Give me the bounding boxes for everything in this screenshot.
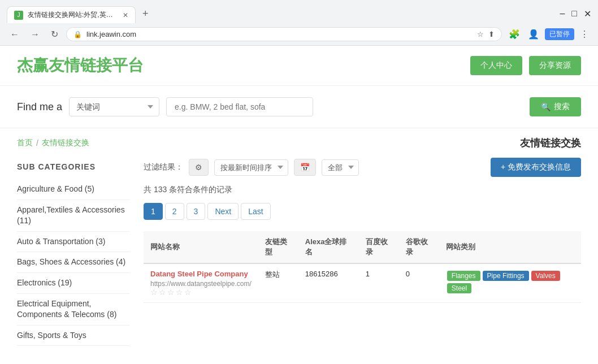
- sidebar-item-gifts[interactable]: Gifts, Sports & Toys: [17, 326, 130, 346]
- header-buttons: 个人中心 分享资源: [470, 56, 581, 75]
- share-icon[interactable]: ⬆: [488, 30, 495, 38]
- col-header-alexa: Alexa全球排名: [298, 231, 359, 263]
- tag[interactable]: Valves: [531, 271, 560, 281]
- page-btn-2[interactable]: 2: [165, 203, 184, 220]
- site-stars: ☆☆☆☆☆: [150, 288, 193, 297]
- publish-btn[interactable]: + 免费发布交换信息: [491, 158, 581, 177]
- breadcrumb-home[interactable]: 首页: [17, 138, 33, 148]
- col-header-sitename: 网站名称: [144, 231, 258, 263]
- menu-icon[interactable]: ⋮: [578, 27, 591, 42]
- toolbar-actions: 🧩 👤 已暂停 ⋮: [506, 27, 591, 42]
- breadcrumb: 首页 / 友情链接交换: [17, 138, 89, 148]
- cell-sitename: Datang Steel Pipe Company https://www.da…: [144, 263, 258, 303]
- table-row: Datang Steel Pipe Company https://www.da…: [144, 263, 581, 303]
- breadcrumb-current: 友情链接交换: [42, 138, 89, 148]
- page-btn-1[interactable]: 1: [144, 203, 163, 220]
- page-title: 友情链接交换: [520, 136, 581, 150]
- sidebar: SUB CATEGORIES Agriculture & Food (5) Ap…: [17, 158, 130, 346]
- extensions-icon[interactable]: 🧩: [506, 27, 522, 42]
- cell-google: 0: [399, 263, 439, 303]
- lock-icon: 🔒: [73, 31, 82, 38]
- filter-label: 过滤结果：: [144, 162, 183, 172]
- cell-baidu: 1: [359, 263, 399, 303]
- sidebar-item-bags[interactable]: Bags, Shoes & Accessories (4): [17, 252, 130, 273]
- profile-icon[interactable]: 👤: [526, 27, 541, 42]
- new-tab-btn[interactable]: +: [138, 5, 153, 23]
- address-bar[interactable]: 🔒 link.jeawin.com ☆ ⬆: [66, 27, 502, 41]
- page-btn-next[interactable]: Next: [207, 203, 239, 220]
- page-btn-3[interactable]: 3: [187, 203, 206, 220]
- sidebar-title: SUB CATEGORIES: [17, 158, 130, 171]
- search-label: Find me a: [17, 101, 62, 113]
- cell-alexa: 18615286: [298, 263, 359, 303]
- maximize-btn[interactable]: □: [571, 8, 577, 19]
- close-btn[interactable]: ✕: [584, 8, 591, 19]
- tab-close-btn[interactable]: ✕: [123, 11, 128, 19]
- page-btn-last[interactable]: Last: [241, 203, 270, 220]
- sidebar-item-electronics[interactable]: Electronics (19): [17, 273, 130, 294]
- sidebar-item-apparel[interactable]: Apparel,Textiles & Accessories (11): [17, 200, 130, 232]
- cell-tags: FlangesPipe FittingsValvesSteel: [439, 263, 581, 303]
- calendar-btn[interactable]: 📅: [294, 159, 316, 176]
- search-button[interactable]: 🔍 搜索: [530, 97, 581, 116]
- forward-btn[interactable]: →: [27, 27, 43, 42]
- main-content: SUB CATEGORIES Agriculture & Food (5) Ap…: [0, 158, 598, 357]
- sidebar-item-agriculture[interactable]: Agriculture & Food (5): [17, 179, 130, 200]
- col-header-category: 网站类别: [439, 231, 581, 263]
- back-btn[interactable]: ←: [7, 27, 23, 42]
- browser-tabs: J 友情链接交换网站:外贸,英文,谷... ✕ +: [7, 5, 555, 23]
- browser-tab-active[interactable]: J 友情链接交换网站:外贸,英文,谷... ✕: [7, 6, 136, 23]
- search-category-select[interactable]: 关键词: [69, 97, 159, 116]
- site-name-link[interactable]: Datang Steel Pipe Company: [150, 270, 252, 278]
- browser-chrome: J 友情链接交换网站:外贸,英文,谷... ✕ + – □ ✕ ← → ↻ 🔒 …: [0, 0, 598, 46]
- col-header-linktype: 友链类型: [258, 231, 298, 263]
- tab-label: 友情链接交换网站:外贸,英文,谷...: [28, 10, 118, 20]
- col-header-baidu: 百度收录: [359, 231, 399, 263]
- window-controls: – □ ✕: [560, 8, 591, 19]
- sidebar-item-electrical[interactable]: Electrical Equipment, Components & Telec…: [17, 294, 130, 326]
- breadcrumb-separator: /: [36, 138, 38, 148]
- tag[interactable]: Flanges: [447, 271, 480, 281]
- cell-linktype: 整站: [258, 263, 298, 303]
- col-header-google: 谷歌收录: [399, 231, 439, 263]
- site-header: 杰赢友情链接平台 个人中心 分享资源: [0, 46, 598, 86]
- minimize-btn[interactable]: –: [560, 8, 565, 19]
- reload-btn[interactable]: ↻: [47, 27, 62, 42]
- filter-bar: 过滤结果： ⚙ 按最新时间排序 📅 全部 + 免费发布交换信息: [144, 158, 581, 177]
- tab-icon: J: [14, 11, 23, 20]
- bookmark-icon[interactable]: ☆: [477, 30, 484, 38]
- breadcrumb-bar: 首页 / 友情链接交换 友情链接交换: [0, 128, 598, 158]
- filter-icon-btn[interactable]: ⚙: [189, 159, 209, 176]
- page: 杰赢友情链接平台 个人中心 分享资源 Find me a 关键词 🔍 搜索 首页…: [0, 46, 598, 357]
- content-area: 过滤结果： ⚙ 按最新时间排序 📅 全部 + 免费发布交换信息 共 133 条符…: [144, 158, 581, 346]
- site-url: https://www.datangsteelpipe.com/: [150, 280, 252, 288]
- address-input[interactable]: link.jeawin.com: [86, 30, 473, 38]
- date-filter-select[interactable]: 全部: [322, 159, 359, 176]
- search-icon: 🔍: [541, 102, 551, 111]
- tag[interactable]: Steel: [447, 283, 471, 293]
- site-logo: 杰赢友情链接平台: [17, 55, 144, 76]
- sidebar-item-auto[interactable]: Auto & Transportation (3): [17, 232, 130, 253]
- personal-center-btn[interactable]: 个人中心: [470, 56, 522, 75]
- search-input[interactable]: [166, 97, 313, 116]
- records-info: 共 133 条符合条件的记录: [144, 185, 581, 195]
- browser-toolbar: ← → ↻ 🔒 link.jeawin.com ☆ ⬆ 🧩 👤 已暂停 ⋮: [0, 23, 598, 45]
- data-table: 网站名称 友链类型 Alexa全球排名 百度收录 谷歌收录 网站类别 Datan…: [144, 231, 581, 303]
- pagination: 1 2 3 Next Last: [144, 203, 581, 220]
- sort-select[interactable]: 按最新时间排序: [214, 159, 288, 176]
- tag[interactable]: Pipe Fittings: [483, 271, 529, 281]
- search-bar: Find me a 关键词 🔍 搜索: [0, 86, 598, 128]
- ext-paused-badge[interactable]: 已暂停: [545, 28, 574, 40]
- search-btn-label: 搜索: [554, 102, 570, 112]
- share-resources-btn[interactable]: 分享资源: [529, 56, 581, 75]
